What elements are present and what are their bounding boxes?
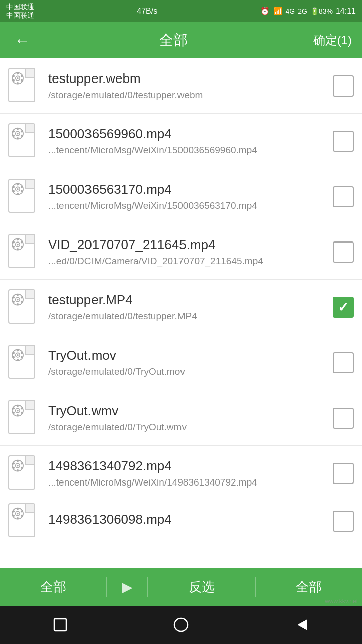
svg-point-22 <box>21 186 23 188</box>
list-item[interactable]: testupper.webm/storage/emulated/0/testup… <box>0 58 362 114</box>
nav-square-button[interactable] <box>45 610 75 640</box>
svg-point-82 <box>174 618 188 631</box>
svg-point-80 <box>13 510 15 512</box>
file-page-icon <box>8 234 35 268</box>
file-icon-container <box>8 123 40 159</box>
svg-point-74 <box>17 513 18 514</box>
file-icon-container <box>8 234 40 270</box>
svg-point-30 <box>17 238 19 240</box>
time-display: 14:11 <box>336 7 356 16</box>
svg-point-29 <box>17 244 18 245</box>
file-info: testupper.webm/storage/emulated/0/testup… <box>48 71 327 101</box>
list-item[interactable]: TryOut.wmv/storage/emulated/0/TryOut.wmv <box>0 390 362 446</box>
video-reel-icon <box>9 235 26 252</box>
svg-point-47 <box>17 354 18 356</box>
svg-point-43 <box>13 300 15 302</box>
all-button[interactable]: 全部 <box>256 568 362 606</box>
list-item[interactable]: 1498361340792.mp4...tencent/MicroMsg/Wei… <box>0 446 362 501</box>
svg-point-16 <box>13 134 15 136</box>
svg-point-69 <box>17 469 19 471</box>
file-info: VID_20170707_211645.mp4...ed/0/DCIM/Came… <box>48 237 327 267</box>
svg-point-26 <box>13 186 15 188</box>
nav-back-button[interactable] <box>287 610 317 640</box>
svg-point-62 <box>13 407 15 409</box>
file-info: 1500036569960.mp4...tencent/MicroMsg/Wei… <box>48 126 327 156</box>
file-name: 1500036563170.mp4 <box>48 182 327 197</box>
svg-point-41 <box>21 300 23 302</box>
file-icon-container <box>8 455 40 492</box>
confirm-button[interactable]: 确定(1) <box>313 32 352 48</box>
file-name: 1498361306098.mp4 <box>48 512 327 527</box>
list-item[interactable]: testupper.MP4/storage/emulated/0/testupp… <box>0 280 362 335</box>
svg-point-32 <box>21 245 23 247</box>
checkbox[interactable] <box>333 75 354 97</box>
checkbox[interactable] <box>333 463 354 484</box>
video-reel-icon <box>9 456 26 473</box>
svg-point-13 <box>21 130 23 132</box>
svg-point-57 <box>17 405 19 407</box>
file-name: testupper.webm <box>48 71 327 87</box>
invert-button[interactable]: 反选 <box>148 568 254 606</box>
file-name: VID_20170707_211645.mp4 <box>48 237 327 253</box>
svg-marker-83 <box>298 620 307 630</box>
checkbox[interactable] <box>333 242 354 263</box>
checkbox[interactable] <box>333 131 354 152</box>
battery-icon: 🔋83% <box>310 7 333 15</box>
file-page-icon <box>8 179 35 213</box>
svg-point-49 <box>21 352 23 354</box>
file-name: TryOut.mov <box>48 348 327 363</box>
file-page-icon <box>8 68 35 102</box>
svg-point-53 <box>13 352 15 354</box>
svg-point-34 <box>13 245 15 247</box>
list-item[interactable]: 1498361306098.mp4 <box>0 501 362 541</box>
file-path: /storage/emulated/0/TryOut.mov <box>48 366 327 377</box>
file-path: /storage/emulated/0/TryOut.wmv <box>48 422 327 433</box>
list-item[interactable]: 1500036569960.mp4...tencent/MicroMsg/Wei… <box>0 114 362 169</box>
check-mark: ✓ <box>338 301 349 314</box>
signal-icon-1: 4G <box>286 7 295 15</box>
file-name: 1498361340792.mp4 <box>48 458 327 474</box>
nav-home-button[interactable] <box>166 610 196 640</box>
svg-point-12 <box>17 128 19 130</box>
checkbox[interactable] <box>333 408 354 429</box>
svg-point-68 <box>21 466 23 468</box>
file-name: TryOut.wmv <box>48 403 327 419</box>
svg-point-44 <box>13 296 15 298</box>
checkbox[interactable] <box>333 511 354 532</box>
checkbox[interactable] <box>333 352 354 373</box>
svg-point-4 <box>21 75 23 77</box>
list-item[interactable]: 1500036563170.mp4...tencent/MicroMsg/Wei… <box>0 169 362 224</box>
video-reel-icon <box>9 290 26 307</box>
svg-point-17 <box>13 130 15 132</box>
file-page-icon <box>8 503 35 537</box>
select-all-button[interactable]: 全部 <box>0 568 106 606</box>
file-path: /storage/emulated/0/testupper.webm <box>48 90 327 101</box>
svg-point-48 <box>17 349 19 351</box>
file-info: TryOut.mov/storage/emulated/0/TryOut.mov <box>48 348 327 377</box>
svg-point-39 <box>17 294 19 296</box>
checkbox[interactable] <box>333 186 354 207</box>
svg-point-3 <box>17 72 19 74</box>
signal-icon-2: 2G <box>298 7 307 15</box>
back-button[interactable]: ← <box>10 31 34 50</box>
file-name: testupper.MP4 <box>48 292 327 308</box>
checkbox[interactable]: ✓ <box>333 297 354 318</box>
video-reel-icon <box>9 401 26 418</box>
svg-rect-81 <box>54 619 66 631</box>
svg-point-59 <box>21 411 23 413</box>
file-page-icon <box>8 400 35 434</box>
svg-point-50 <box>21 356 23 358</box>
file-page-icon <box>8 123 35 157</box>
file-path: ...ed/0/DCIM/Camera/VID_20170707_211645.… <box>48 256 327 267</box>
list-item[interactable]: VID_20170707_211645.mp4...ed/0/DCIM/Came… <box>0 224 362 280</box>
page-title: 全部 <box>159 31 188 50</box>
status-bar: 中国联通 中国联通 47B/s ⏰ 📶 4G 2G 🔋83% 14:11 <box>0 0 362 22</box>
svg-point-24 <box>17 192 19 194</box>
svg-point-11 <box>17 133 18 134</box>
svg-point-56 <box>17 410 18 411</box>
svg-point-20 <box>17 188 18 190</box>
list-item[interactable]: TryOut.mov/storage/emulated/0/TryOut.mov <box>0 335 362 390</box>
file-icon-container <box>8 345 40 381</box>
svg-point-60 <box>17 414 19 416</box>
file-path: ...tencent/MicroMsg/WeiXin/1498361340792… <box>48 477 327 488</box>
